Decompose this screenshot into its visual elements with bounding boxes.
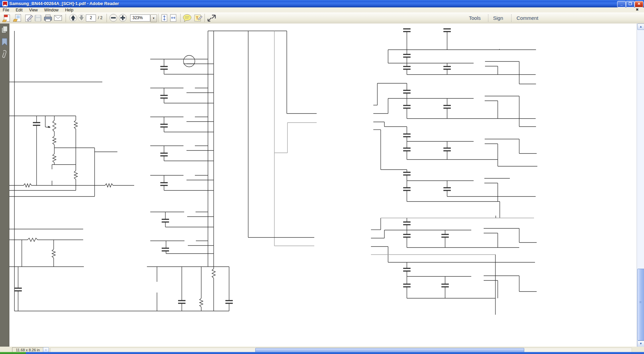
adobe-reader-icon — [2, 1, 8, 6]
comment-button[interactable]: Comment — [517, 15, 538, 21]
restore-button[interactable]: ❐ — [626, 1, 635, 7]
close-menubar-icon[interactable]: ✖ — [633, 7, 641, 12]
bookmarks-panel-icon[interactable] — [2, 38, 7, 46]
menu-window[interactable]: Window — [42, 7, 61, 13]
title-bar: Samsung_BN44-00264A_[SCH]-1.pdf - Adobe … — [0, 0, 644, 7]
fit-page-icon[interactable] — [170, 14, 176, 21]
sticky-note-icon[interactable] — [183, 14, 191, 22]
pdf-document-canvas[interactable] — [9, 24, 637, 347]
sign-pen-icon[interactable] — [25, 15, 33, 21]
vertical-scroll-thumb[interactable] — [637, 269, 644, 341]
toolbar: T 2 / 2 323% ▼ Tools Sign Comment — [0, 12, 644, 24]
sign-button[interactable]: Sign — [493, 15, 503, 21]
previous-page-icon[interactable] — [69, 14, 77, 21]
open-file-icon[interactable] — [2, 15, 10, 22]
page-number-input[interactable]: 2 — [86, 14, 96, 21]
taskbar-sliver — [26, 352, 644, 354]
tools-button[interactable]: Tools — [469, 15, 481, 21]
page-total-label: / 2 — [98, 15, 102, 20]
fullscreen-icon[interactable] — [208, 15, 215, 21]
minimize-button[interactable]: _ — [617, 1, 626, 7]
next-page-icon[interactable] — [78, 14, 85, 21]
toolbar-separator — [511, 14, 512, 22]
zoom-level-input[interactable]: 323% — [130, 14, 150, 21]
navigation-sidebar — [0, 24, 9, 347]
menu-file[interactable]: File — [0, 7, 12, 13]
zoom-in-icon[interactable] — [119, 14, 126, 21]
save-icon[interactable] — [35, 15, 41, 21]
print-icon[interactable] — [44, 15, 52, 21]
taskbar-start-sliver — [0, 352, 26, 354]
highlight-text-icon[interactable]: T — [195, 15, 202, 21]
save-copy-icon[interactable] — [13, 14, 21, 21]
close-button[interactable]: ✕ — [635, 1, 643, 7]
scroll-down-icon[interactable]: ▼ — [637, 341, 644, 347]
vertical-scrollbar[interactable]: ▲ ▼ — [637, 24, 644, 347]
email-icon[interactable] — [54, 15, 62, 20]
toolbar-icons: T — [0, 12, 235, 24]
toolbar-separator — [488, 14, 489, 22]
attachments-panel-icon[interactable] — [3, 50, 6, 57]
menu-view[interactable]: View — [26, 7, 41, 13]
scroll-up-icon[interactable]: ▲ — [637, 24, 644, 30]
menu-help[interactable]: Help — [62, 7, 76, 13]
pages-panel-icon[interactable] — [2, 26, 7, 33]
zoom-dropdown-button[interactable]: ▼ — [150, 14, 157, 22]
menu-bar: File Edit View Window Help ✖ — [0, 7, 644, 13]
menu-edit[interactable]: Edit — [13, 7, 25, 13]
window-title: Samsung_BN44-00264A_[SCH]-1.pdf - Adobe … — [9, 1, 119, 6]
zoom-out-icon[interactable] — [110, 14, 117, 21]
svg-text:T: T — [196, 16, 199, 20]
scrolling-mode-icon[interactable] — [162, 14, 167, 21]
